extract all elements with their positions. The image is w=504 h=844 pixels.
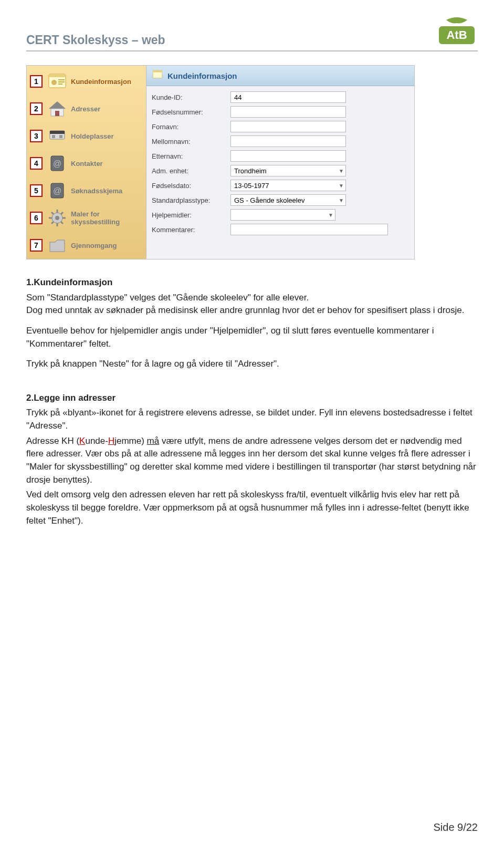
label-fornavn: Fornavn: [152, 123, 230, 131]
sidebar-item-kontakter[interactable]: 4 @ Kontakter [27, 150, 146, 177]
logo-atb: AtB [436, 16, 478, 47]
gear-icon [46, 206, 69, 230]
field-kommentarer: Kommentarer: [152, 224, 409, 235]
input-adm-enhet[interactable] [230, 165, 346, 176]
field-fornavn: Fornavn: [152, 121, 409, 132]
document-header: CERT Skoleskyss – web AtB [26, 16, 478, 51]
label-kommentarer: Kommentarer: [152, 226, 230, 234]
sidebar-item-holdeplasser[interactable]: 3 Holdeplasser [27, 122, 146, 150]
sidebar-item-label: Adresser [71, 105, 100, 113]
field-etternavn: Etternavn: [152, 150, 409, 162]
form-icon: @ [46, 179, 69, 202]
svg-line-26 [61, 222, 63, 224]
document-title: CERT Skoleskyss – web [26, 33, 165, 47]
svg-text:@: @ [53, 159, 61, 168]
document-body: 1.Kundeinformasjon Som "Standardplasstyp… [26, 276, 478, 527]
step-badge-5: 5 [30, 184, 43, 197]
wizard-sidebar: 1 Kundeinformasjon 2 Adresser 3 Holdepla… [27, 66, 146, 259]
address-book-icon: @ [46, 152, 69, 175]
section2-paragraph3: Ved delt omsorg velg den adressen eleven… [26, 488, 478, 527]
label-etternavn: Etternavn: [152, 152, 230, 160]
input-hjelpemidler[interactable] [230, 209, 335, 221]
input-kommentarer[interactable] [230, 224, 388, 235]
section2-paragraph1: Trykk på «blyant»-ikonet for å registrer… [26, 407, 478, 432]
sidebar-item-label: Maler for skyssbestilling [71, 210, 143, 226]
combo-hjelpemidler[interactable]: ▼ [230, 209, 335, 221]
sidebar-item-label: Søknadsskjema [71, 187, 122, 195]
step-badge-6: 6 [30, 212, 43, 224]
svg-line-28 [51, 222, 54, 224]
sidebar-item-label: Holdeplasser [71, 132, 114, 140]
svg-line-27 [61, 212, 63, 214]
bus-stop-icon [46, 124, 69, 148]
field-mellomnavn: Mellomnavn: [152, 136, 409, 147]
label-standardplasstype: Standardplasstype: [152, 196, 230, 204]
field-standardplasstype: Standardplasstype: ▼ [152, 194, 409, 206]
section1-paragraph2: Dog med unntak av søknader på medisinsk … [26, 305, 464, 315]
label-mellomnavn: Mellomnavn: [152, 138, 230, 145]
field-fodselsdato: Fødselsdato: ▼ [152, 180, 409, 191]
svg-marker-8 [49, 101, 66, 109]
label-fodselsnummer: Fødselsnummer: [152, 108, 230, 116]
input-etternavn[interactable] [230, 150, 346, 162]
svg-rect-14 [59, 135, 62, 138]
step-badge-7: 7 [30, 239, 43, 252]
section1-paragraph1: Som "Standardplasstype" velges det "Gåen… [26, 293, 309, 303]
field-adm-enhet: Adm. enhet: ▼ [152, 165, 409, 176]
form-body: Kunde-ID: Fødselsnummer: Fornavn: Mellom… [146, 86, 414, 244]
sidebar-item-gjennomgang[interactable]: 7 Gjennomgang [27, 232, 146, 259]
page-footer: Side 9/22 [433, 821, 478, 833]
svg-text:AtB: AtB [446, 28, 467, 41]
section2-paragraph2: Adresse KH (Kunde-Hjemme) må være utfylt… [26, 435, 478, 487]
sidebar-item-label: Kontakter [71, 160, 103, 168]
input-fodselsnummer[interactable] [230, 106, 346, 118]
svg-rect-10 [55, 111, 59, 116]
sidebar-item-soknadsskjema[interactable]: 5 @ Søknadsskjema [27, 177, 146, 204]
label-adm-enhet: Adm. enhet: [152, 167, 230, 175]
section2-title: 2.Legge inn adresser [26, 393, 116, 403]
svg-point-4 [51, 80, 57, 85]
svg-line-25 [51, 212, 54, 214]
svg-rect-13 [52, 135, 55, 138]
sidebar-item-maler[interactable]: 6 Maler for skyssbestilling [27, 204, 146, 232]
svg-text:@: @ [53, 186, 61, 195]
section1-title: 1.Kundeinformasjon [26, 277, 112, 287]
section1-paragraph3: Eventuelle behov for hjelpemidler angis … [26, 325, 478, 350]
svg-rect-7 [58, 84, 62, 85]
step-badge-3: 3 [30, 130, 43, 142]
step-badge-1: 1 [30, 75, 43, 88]
panel-header-icon [152, 69, 163, 82]
user-card-icon [46, 70, 69, 93]
input-standardplasstype[interactable] [230, 194, 346, 206]
svg-rect-30 [153, 70, 162, 72]
field-kunde-id: Kunde-ID: [152, 91, 409, 103]
input-kunde-id[interactable] [230, 91, 346, 103]
sidebar-item-label: Kundeinformasjon [71, 78, 131, 86]
svg-rect-6 [58, 81, 65, 82]
input-fodselsdato[interactable] [230, 180, 346, 191]
house-icon [46, 97, 69, 120]
label-kunde-id: Kunde-ID: [152, 93, 230, 101]
form-panel: Kundeinformasjon Kunde-ID: Fødselsnummer… [146, 66, 414, 259]
field-hjelpemidler: Hjelpemidler: ▼ [152, 209, 409, 221]
field-fodselsnummer: Fødselsnummer: [152, 106, 409, 118]
label-fodselsdato: Fødselsdato: [152, 182, 230, 190]
combo-standardplasstype[interactable]: ▼ [230, 194, 346, 206]
sidebar-item-kundeinformasjon[interactable]: 1 Kundeinformasjon [27, 68, 146, 95]
combo-adm-enhet[interactable]: ▼ [230, 165, 346, 176]
panel-title: Kundeinformasjon [167, 71, 237, 80]
sidebar-item-adresser[interactable]: 2 Adresser [27, 95, 146, 122]
section1-paragraph4: Trykk på knappen "Neste" for å lagre og … [26, 358, 478, 371]
combo-fodselsdato[interactable]: ▼ [230, 180, 346, 191]
step-badge-4: 4 [30, 157, 43, 170]
svg-point-20 [55, 216, 59, 220]
input-mellomnavn[interactable] [230, 136, 346, 147]
step-badge-2: 2 [30, 102, 43, 115]
folder-icon [46, 234, 69, 257]
input-fornavn[interactable] [230, 121, 346, 132]
label-hjelpemidler: Hjelpemidler: [152, 211, 230, 219]
svg-rect-3 [49, 74, 66, 77]
sidebar-item-label: Gjennomgang [71, 242, 117, 249]
svg-rect-12 [50, 131, 65, 134]
app-screenshot: 1 Kundeinformasjon 2 Adresser 3 Holdepla… [26, 65, 415, 259]
